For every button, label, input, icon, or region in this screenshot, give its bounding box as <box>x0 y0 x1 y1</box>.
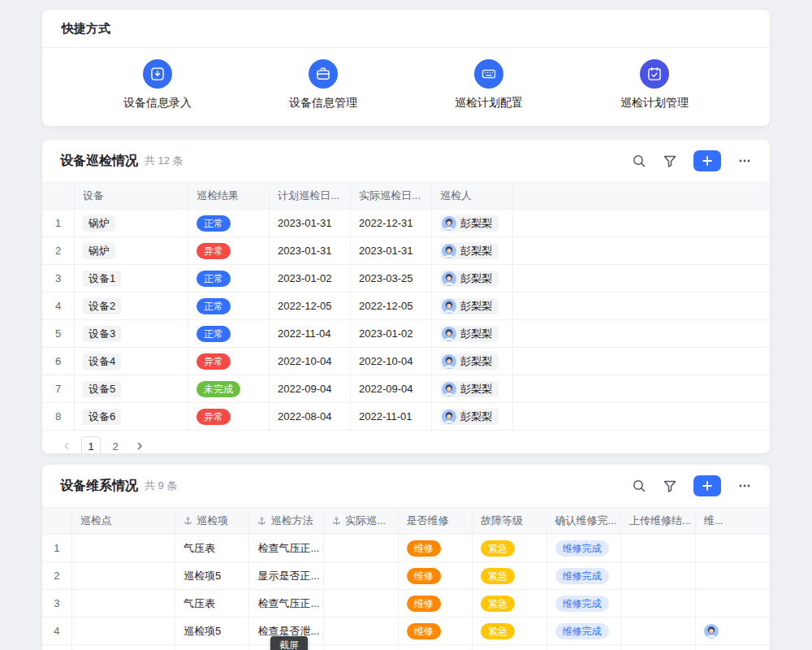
column-header-device[interactable]: 设备 <box>75 183 188 209</box>
column-header-method[interactable]: 巡检方法 <box>249 508 324 534</box>
device-cell[interactable]: 设备1 <box>75 265 188 292</box>
page-button-1[interactable]: 1 <box>81 436 101 453</box>
item-cell[interactable]: 气压表 <box>175 590 250 617</box>
column-header-actual[interactable]: 实际巡... <box>324 508 399 534</box>
actual-cell[interactable] <box>324 562 399 589</box>
level-cell[interactable]: 紧急 <box>473 645 547 650</box>
confirm-cell[interactable]: 维修完成 <box>547 618 622 644</box>
level-cell[interactable]: 紧急 <box>473 618 547 644</box>
device-cell[interactable]: 设备3 <box>75 320 188 347</box>
person-cell[interactable]: 彭梨梨 <box>432 237 513 264</box>
inspection-table-row[interactable]: 7 设备5 未完成 2022-09-04 2022-09-04 <box>42 375 770 403</box>
person-cell[interactable]: 彭梨梨 <box>432 403 513 430</box>
filter-icon[interactable] <box>663 154 677 168</box>
repair-cell[interactable]: 维修 <box>399 618 473 644</box>
confirm-cell[interactable]: 维修完成 <box>547 562 622 589</box>
item-cell[interactable]: 巡检项5 <box>175 618 250 644</box>
result-cell[interactable]: 正常 <box>188 210 270 236</box>
point-cell[interactable] <box>72 535 175 561</box>
point-cell[interactable] <box>72 645 175 650</box>
result-cell[interactable]: 正常 <box>188 292 270 319</box>
column-header-worker[interactable]: 维... <box>696 508 770 534</box>
repair-cell[interactable]: 维修 <box>399 535 473 561</box>
column-header-actual-date[interactable]: 实际巡检日... <box>351 183 432 209</box>
person-cell[interactable]: 彭梨梨 <box>432 375 513 402</box>
item-cell[interactable]: 巡检项5 <box>175 645 250 650</box>
shortcut-plan-config[interactable]: 巡检计划配置 <box>406 59 572 110</box>
column-header-point[interactable]: 巡检点 <box>72 508 175 534</box>
device-cell[interactable]: 锅炉 <box>75 210 188 236</box>
page-button-2[interactable]: 2 <box>106 436 125 453</box>
device-cell[interactable]: 设备2 <box>75 292 188 319</box>
item-cell[interactable]: 气压表 <box>175 535 250 561</box>
repair-cell[interactable]: 维修 <box>399 590 473 617</box>
device-cell[interactable]: 设备4 <box>75 348 188 375</box>
actual-date-cell[interactable]: 2022-09-04 <box>351 375 432 402</box>
maintenance-table-row[interactable]: 2 巡检项5 显示是否正... 维修 紧急 维修完成 <box>42 562 770 590</box>
upload-cell[interactable] <box>621 645 696 650</box>
repair-cell[interactable]: 维修 <box>399 562 473 589</box>
upload-cell[interactable] <box>621 562 696 589</box>
actual-date-cell[interactable]: 2023-01-31 <box>351 237 432 264</box>
person-cell[interactable]: 彭梨梨 <box>432 348 513 375</box>
actual-date-cell[interactable]: 2023-03-25 <box>351 265 432 292</box>
device-cell[interactable]: 设备5 <box>75 375 188 402</box>
upload-cell[interactable] <box>621 535 696 561</box>
actual-cell[interactable] <box>324 535 399 561</box>
more-icon[interactable] <box>737 154 752 168</box>
level-cell[interactable]: 紧急 <box>473 535 547 561</box>
column-header-plan-date[interactable]: 计划巡检日... <box>270 183 351 209</box>
plan-date-cell[interactable]: 2022-09-04 <box>270 375 351 402</box>
person-cell[interactable]: 彭梨梨 <box>432 210 513 236</box>
person-cell[interactable]: 彭梨梨 <box>432 320 513 347</box>
inspection-table-row[interactable]: 8 设备6 异常 2022-08-04 2022-11-01 <box>42 403 770 431</box>
column-header-upload[interactable]: 上传维修结... <box>621 508 696 534</box>
actual-cell[interactable] <box>324 590 399 617</box>
next-page-button[interactable] <box>130 436 149 453</box>
actual-date-cell[interactable]: 2022-11-01 <box>351 403 432 430</box>
upload-cell[interactable] <box>621 618 696 644</box>
item-cell[interactable]: 巡检项5 <box>175 562 250 589</box>
method-cell[interactable]: 检查气压正... <box>249 590 324 617</box>
worker-cell[interactable] <box>696 590 770 617</box>
plan-date-cell[interactable]: 2022-11-04 <box>270 320 351 347</box>
add-record-button[interactable] <box>693 150 721 171</box>
maintenance-table-row[interactable]: 4 巡检项5 检查是否泄... 维修 紧急 维修完成 <box>42 618 770 645</box>
actual-date-cell[interactable]: 2023-01-02 <box>351 320 432 347</box>
person-cell[interactable]: 彭梨梨 <box>432 292 513 319</box>
maintenance-table-row[interactable]: 5 巡检项5 显示是否正... 维修 紧急 维修完成 <box>42 645 770 650</box>
result-cell[interactable]: 异常 <box>188 237 270 264</box>
filter-icon[interactable] <box>663 479 677 493</box>
result-cell[interactable]: 异常 <box>188 403 270 430</box>
actual-cell[interactable] <box>324 645 399 650</box>
prev-page-button[interactable] <box>57 436 76 453</box>
confirm-cell[interactable]: 维修完成 <box>547 645 622 650</box>
result-cell[interactable]: 正常 <box>188 320 270 347</box>
method-cell[interactable]: 检查气压正... <box>249 535 324 561</box>
shortcut-device-entry[interactable]: 设备信息录入 <box>75 59 240 110</box>
device-cell[interactable]: 设备6 <box>75 403 188 430</box>
result-cell[interactable]: 未完成 <box>188 375 270 402</box>
actual-date-cell[interactable]: 2022-12-05 <box>351 292 432 319</box>
worker-cell[interactable] <box>696 645 770 650</box>
column-header-confirm[interactable]: 确认维修完... <box>547 508 622 534</box>
point-cell[interactable] <box>72 618 175 644</box>
level-cell[interactable]: 紧急 <box>473 562 547 589</box>
column-header-person[interactable]: 巡检人 <box>432 183 513 209</box>
maintenance-table-row[interactable]: 3 气压表 检查气压正... 维修 紧急 维修完成 <box>42 590 770 618</box>
add-record-button[interactable] <box>693 475 721 496</box>
maintenance-table-row[interactable]: 1 气压表 检查气压正... 维修 紧急 维修完成 <box>42 535 770 562</box>
method-cell[interactable]: 显示是否正... <box>249 562 324 589</box>
plan-date-cell[interactable]: 2023-01-31 <box>270 237 351 264</box>
plan-date-cell[interactable]: 2023-01-02 <box>270 265 351 292</box>
worker-cell[interactable] <box>696 618 770 644</box>
actual-date-cell[interactable]: 2022-10-04 <box>351 348 432 375</box>
result-cell[interactable]: 异常 <box>188 348 270 375</box>
upload-cell[interactable] <box>621 590 696 617</box>
person-cell[interactable]: 彭梨梨 <box>432 265 513 292</box>
device-cell[interactable]: 锅炉 <box>75 237 188 264</box>
plan-date-cell[interactable]: 2022-08-04 <box>270 403 351 430</box>
plan-date-cell[interactable]: 2023-01-31 <box>270 210 351 236</box>
inspection-table-row[interactable]: 4 设备2 正常 2022-12-05 2022-12-05 <box>42 292 770 320</box>
inspection-table-row[interactable]: 3 设备1 正常 2023-01-02 2023-03-25 <box>42 265 770 292</box>
